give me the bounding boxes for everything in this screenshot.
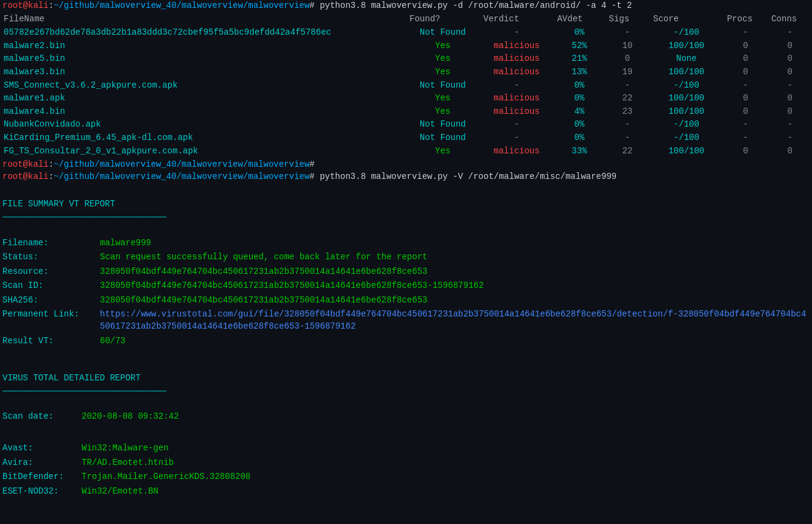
cell-procs: 0 bbox=[723, 40, 768, 53]
cell-sigs: - bbox=[605, 26, 650, 40]
cell-sigs: 23 bbox=[605, 105, 650, 119]
th-sigs: Sigs bbox=[605, 12, 650, 27]
cell-verdict: - bbox=[480, 131, 554, 145]
cell-conns: - bbox=[768, 131, 812, 145]
cell-found: Yes bbox=[406, 66, 479, 79]
cell-verdict: - bbox=[480, 26, 554, 40]
cell-avdet: 0% bbox=[554, 118, 605, 131]
cell-procs: 0 bbox=[723, 66, 768, 79]
cell-filename: malware4.bin bbox=[0, 105, 406, 119]
scan-date-line: Scan date: 2020-08-08 09:32:42 bbox=[0, 410, 812, 424]
terminal-window: root@kali:~/github/malwoverview_40/malwo… bbox=[0, 0, 812, 498]
status-line: Status: Scan request successfully queued… bbox=[0, 250, 812, 265]
prompt-root-1: root@kali bbox=[2, 0, 49, 12]
cell-avdet: 52% bbox=[554, 40, 605, 53]
table-row: malware1.apkYesmalicious0%22100/10000 bbox=[0, 92, 812, 105]
vt-detailed-underline: ──────────────────────────────── bbox=[0, 386, 812, 398]
table-row: malware3.binYesmalicious13%19100/10000 bbox=[0, 66, 812, 79]
prompt-hash-2: # bbox=[309, 159, 314, 171]
cell-sigs: 22 bbox=[605, 92, 650, 105]
prompt-path-2: ~/github/malwoverview_40/malwoverview/ma… bbox=[54, 159, 309, 171]
cell-sigs: 19 bbox=[605, 66, 650, 79]
cell-score: 100/100 bbox=[649, 105, 723, 119]
cell-filename: NubankConvidado.apk bbox=[0, 118, 406, 131]
cell-found: Not Found bbox=[406, 26, 479, 40]
cell-conns: 0 bbox=[768, 92, 812, 105]
prompt-hash-1: # bbox=[309, 0, 314, 12]
cell-sigs: 10 bbox=[605, 40, 650, 53]
cell-sigs: - bbox=[605, 118, 650, 131]
cell-filename: FG_TS_Consultar_2_0_v1_apkpure.com.apk bbox=[0, 145, 406, 158]
command-line-2b: root@kali:~/github/malwoverview_40/malwo… bbox=[0, 171, 812, 183]
results-table: FileName Found? Verdict AVdet Sigs Score… bbox=[0, 12, 812, 158]
cell-conns: 0 bbox=[768, 105, 812, 119]
cell-sigs: - bbox=[605, 79, 650, 93]
cell-conns: 0 bbox=[768, 40, 812, 53]
cell-procs: 0 bbox=[723, 145, 768, 158]
prompt-root-2: root@kali bbox=[2, 159, 49, 171]
cell-found: Not Found bbox=[406, 118, 479, 131]
cell-avdet: 0% bbox=[554, 26, 605, 40]
cell-filename: malware2.bin bbox=[0, 40, 406, 53]
vt-detailed-header: VIRUS TOTAL DETAILED REPORT bbox=[0, 371, 812, 386]
av-entries-container: Avast:Win32:Malware-genAvira:TR/AD.Emote… bbox=[0, 441, 812, 498]
cell-found: Yes bbox=[406, 52, 479, 66]
cell-procs: 0 bbox=[723, 52, 768, 66]
command-text-2: python3.8 malwoverview.py -V /root/malwa… bbox=[315, 171, 617, 183]
cell-procs: - bbox=[723, 26, 768, 40]
command-line-1: root@kali:~/github/malwoverview_40/malwo… bbox=[0, 0, 812, 12]
cell-procs: 0 bbox=[723, 92, 768, 105]
file-summary-header: FILE SUMMARY VT REPORT bbox=[0, 197, 812, 212]
cell-avdet: 33% bbox=[554, 145, 605, 158]
cell-conns: - bbox=[768, 118, 812, 131]
cell-verdict: malicious bbox=[480, 40, 554, 53]
cell-score: -/100 bbox=[649, 118, 723, 131]
cell-found: Yes bbox=[406, 145, 479, 158]
th-avdet: AVdet bbox=[554, 12, 605, 27]
table-body: 05782e267bd62de78a3db22b1a83ddd3c72cbef9… bbox=[0, 26, 812, 158]
cell-verdict: malicious bbox=[480, 52, 554, 66]
cell-sigs: - bbox=[605, 131, 650, 145]
command-text-1: python3.8 malwoverview.py -d /root/malwa… bbox=[315, 0, 632, 12]
cell-score: -/100 bbox=[649, 79, 723, 93]
cell-sigs: 0 bbox=[605, 52, 650, 66]
sha256-line: SHA256: 328050f04bdf449e764704bc45061723… bbox=[0, 293, 812, 308]
command-line-2: root@kali:~/github/malwoverview_40/malwo… bbox=[0, 159, 812, 171]
cell-avdet: 0% bbox=[554, 92, 605, 105]
cell-found: Yes bbox=[406, 40, 479, 53]
th-conns: Conns bbox=[768, 12, 812, 27]
prompt-hash-2b: # bbox=[309, 171, 314, 183]
permlink-line: Permanent Link: https://www.virustotal.c… bbox=[0, 307, 812, 334]
prompt-separator-1: : bbox=[49, 0, 54, 12]
cell-avdet: 21% bbox=[554, 52, 605, 66]
th-found: Found? bbox=[406, 12, 479, 27]
table-row: KiCarding_Premium_6.45_apk-dl.com.apkNot… bbox=[0, 131, 812, 145]
cell-procs: - bbox=[723, 79, 768, 93]
resource-line: Resource: 328050f04bdf449e764704bc450617… bbox=[0, 265, 812, 279]
cell-avdet: 4% bbox=[554, 105, 605, 119]
av-entry: BitDefender:Trojan.Mailer.GenericKDS.328… bbox=[0, 470, 812, 484]
cell-score: -/100 bbox=[649, 26, 723, 40]
table-row: malware2.binYesmalicious52%10100/10000 bbox=[0, 40, 812, 53]
cell-filename: SMS_Connect_v3.6.2_apkpure.com.apk bbox=[0, 79, 406, 93]
cell-verdict: malicious bbox=[480, 105, 554, 119]
table-row: malware5.binYesmalicious21%0None00 bbox=[0, 52, 812, 66]
cell-conns: 0 bbox=[768, 66, 812, 79]
cell-score: 100/100 bbox=[649, 66, 723, 79]
cell-avdet: 0% bbox=[554, 131, 605, 145]
file-summary-underline: ──────────────────────────────── bbox=[0, 212, 812, 224]
th-filename: FileName bbox=[0, 12, 406, 27]
scanid-line: Scan ID: 328050f04bdf449e764704bc4506172… bbox=[0, 279, 812, 293]
prompt-separator-2: : bbox=[49, 159, 54, 171]
cell-conns: 0 bbox=[768, 145, 812, 158]
prompt-path-2b: ~/github/malwoverview_40/malwoverview/ma… bbox=[54, 171, 309, 183]
cell-verdict: malicious bbox=[480, 92, 554, 105]
cell-score: 100/100 bbox=[649, 145, 723, 158]
prompt-root-2b: root@kali bbox=[2, 171, 49, 183]
th-verdict: Verdict bbox=[480, 12, 554, 27]
table-row: SMS_Connect_v3.6.2_apkpure.com.apkNot Fo… bbox=[0, 79, 812, 93]
cell-found: Yes bbox=[406, 105, 479, 119]
cell-procs: 0 bbox=[723, 105, 768, 119]
cell-sigs: 22 bbox=[605, 145, 650, 158]
cell-score: -/100 bbox=[649, 131, 723, 145]
